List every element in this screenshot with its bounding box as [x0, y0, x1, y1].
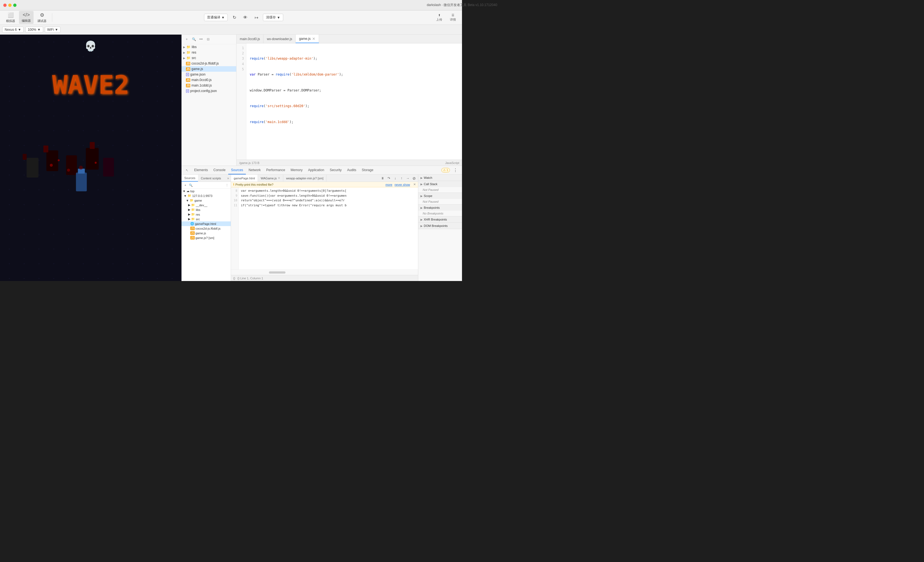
breakpoints-header[interactable]: ▶ Breakpoints	[418, 205, 462, 211]
tab-wx-downloader[interactable]: wx-downloader.js	[264, 34, 296, 43]
expand-icon: ▶	[188, 203, 190, 207]
never-show-link[interactable]: never show	[394, 183, 410, 186]
devtools-pointer-icon[interactable]: ↖	[183, 166, 191, 175]
sources-tree-top[interactable]: ▼ ☁ top	[182, 189, 231, 193]
scrollbar-thumb[interactable]	[269, 271, 285, 274]
watch-header[interactable]: ▶ Watch	[418, 175, 462, 181]
sources-tab-gamepage[interactable]: gamePage.html	[231, 175, 258, 182]
sources-tree-localhost[interactable]: ▼ 📁 127.0.0.1:9973	[182, 193, 231, 198]
close-tab-icon[interactable]: ✕	[312, 37, 315, 41]
svg-point-19	[58, 159, 60, 161]
step-button[interactable]: →	[405, 175, 411, 181]
tree-item-game-json[interactable]: {} game.json	[182, 72, 236, 77]
sources-tab-content[interactable]: Content scripts	[198, 175, 224, 182]
tab-elements[interactable]: Elements	[191, 166, 211, 175]
tab-performance[interactable]: Performance	[264, 166, 288, 175]
network-select[interactable]: WiFi ▼	[45, 27, 61, 33]
close-button[interactable]	[3, 4, 7, 7]
folder-icon: 📁	[186, 45, 190, 49]
tab-audits[interactable]: Audits	[344, 166, 359, 175]
devtools-more-button[interactable]: ⋮	[451, 166, 460, 175]
device-select[interactable]: Nexus 6 ▼	[2, 27, 24, 33]
sources-tree-gamepage[interactable]: 🌐 gamePage.html	[182, 221, 231, 226]
xhr-breakpoints-header[interactable]: ▶ XHR Breakpoints	[418, 217, 462, 223]
sources-tree-cocos[interactable]: JS cocos2d-js.f6ddf.js	[182, 226, 231, 231]
tree-item-main-1cddd[interactable]: JS main.1cddd.js	[182, 83, 236, 88]
tree-item-libs[interactable]: ▶ 📁 libs	[182, 44, 236, 50]
debugger-button[interactable]: ⚙ 调试器	[34, 11, 49, 24]
clear-select[interactable]: 清缓存 ▼	[263, 14, 283, 21]
minimize-button[interactable]	[8, 4, 12, 7]
tree-item-cocos[interactable]: JS cocos2d-js.f6ddf.js	[182, 61, 236, 66]
sources-tab-wagame[interactable]: WAGame.js ✕	[258, 175, 283, 182]
sources-tree-game-js-sm[interactable]: JS game.js? [sm]	[182, 235, 231, 240]
sources-tree-libs[interactable]: ▶ 📁 libs	[182, 208, 231, 212]
close-pp-icon[interactable]: ✕	[413, 183, 416, 186]
more-link[interactable]: more	[386, 183, 392, 186]
svg-rect-12	[66, 155, 77, 175]
traffic-lights	[3, 4, 16, 7]
sources-more-button[interactable]: »	[225, 176, 231, 180]
sources-tree-game[interactable]: ▼ 📁 game	[182, 198, 231, 203]
close-wagame-icon[interactable]: ✕	[278, 176, 280, 180]
preview-icon-button[interactable]: 👁	[241, 13, 250, 22]
expand-icon: ▶	[420, 194, 423, 197]
tree-item-src[interactable]: ▶ 📁 src	[182, 55, 236, 61]
call-stack-header[interactable]: ▶ Call Stack	[418, 181, 462, 187]
scope-title: Scope	[424, 194, 432, 197]
file-tree: + 🔍 ••• ⊟ ▶ 📁 libs ▶ 📁 res	[182, 34, 237, 166]
sources-tree-res[interactable]: ▶ 📁 res	[182, 212, 231, 217]
js-icon: JS	[186, 78, 190, 82]
line-numbers: 1 2 3 4 5	[237, 43, 246, 160]
tab-sources[interactable]: Sources	[228, 166, 246, 175]
folder-icon: 📁	[191, 208, 195, 212]
deactivate-breakpoints-button[interactable]: ⊘	[411, 175, 417, 181]
editor-button[interactable]: </> 编辑器	[19, 11, 33, 24]
tab-security[interactable]: Security	[327, 166, 344, 175]
editor-tabs: main.0ccd0.js wx-downloader.js game.js ✕	[237, 34, 462, 43]
sources-tree-game-js[interactable]: JS game.js	[182, 231, 231, 235]
folder-icon: 📁	[186, 51, 190, 54]
step-over-button[interactable]: ↷	[386, 175, 392, 181]
compile-select[interactable]: 普通编译 ▼	[204, 14, 228, 21]
tree-label: gamePage.html	[195, 222, 216, 226]
pause-button[interactable]: ⏸	[380, 175, 385, 181]
search-sources-button[interactable]: 🔍	[188, 182, 194, 188]
upload-button[interactable]: ⬆ 上传	[434, 12, 445, 23]
detail-button[interactable]: ☰ 详情	[447, 12, 459, 23]
tab-network[interactable]: Network	[246, 166, 264, 175]
tree-item-project-config[interactable]: {} project.config.json	[182, 88, 236, 94]
dom-breakpoints-header[interactable]: ▶ DOM Breakpoints	[418, 223, 462, 229]
zoom-select[interactable]: 100% ▼	[25, 27, 43, 33]
maximize-button[interactable]	[13, 4, 16, 7]
add-folder-button[interactable]: +	[183, 182, 188, 188]
sources-settings-button[interactable]: ⋮	[224, 182, 230, 188]
search-file-button[interactable]: 🔍	[191, 36, 197, 42]
toggle-button[interactable]: ⊟	[205, 36, 211, 42]
compile-label: 普通编译	[207, 15, 220, 20]
tree-item-game-js[interactable]: JS game.js	[182, 66, 236, 72]
tree-item-res[interactable]: ▶ 📁 res	[182, 50, 236, 55]
scope-header[interactable]: ▶ Scope	[418, 193, 462, 199]
tab-game-js[interactable]: game.js ✕	[296, 34, 319, 43]
refresh-button[interactable]: ↻	[230, 13, 239, 22]
language-mode: JavaScript	[445, 161, 459, 164]
step-out-button[interactable]: ↑	[399, 175, 404, 181]
tab-application[interactable]: Application	[305, 166, 327, 175]
add-file-button[interactable]: +	[184, 36, 190, 42]
cut-icon-button[interactable]: ↦	[252, 13, 261, 22]
sources-tree-src[interactable]: ▶ 📁 src	[182, 217, 231, 221]
tab-main-0ccd0[interactable]: main.0ccd0.js	[237, 34, 264, 43]
simulator-button[interactable]: ⬜ 模拟器	[3, 11, 18, 24]
more-button[interactable]: •••	[198, 36, 204, 42]
xhr-breakpoints-title: XHR Breakpoints	[424, 218, 447, 221]
sources-tab-sources[interactable]: Sources	[182, 175, 198, 182]
tab-storage[interactable]: Storage	[359, 166, 376, 175]
step-into-button[interactable]: ↓	[392, 175, 398, 181]
tab-memory[interactable]: Memory	[288, 166, 305, 175]
tree-item-main-0ccd0[interactable]: JS main.0ccd0.js	[182, 77, 236, 83]
tree-label: game.js	[195, 232, 206, 235]
tab-console[interactable]: Console	[211, 166, 228, 175]
sources-tab-weapp-adapter[interactable]: weapp-adapter-min.js? [sm]	[283, 175, 326, 182]
sources-tree-dev[interactable]: ▶ 📁 __dev__	[182, 203, 231, 208]
